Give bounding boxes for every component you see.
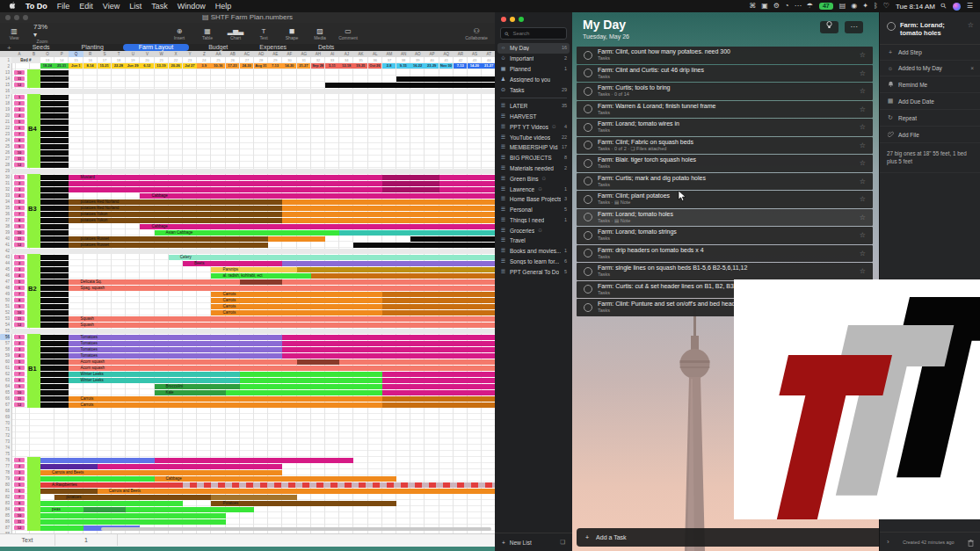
collaborate-icon[interactable]: ⚇Collaborate xyxy=(468,27,485,40)
spreadsheet-grid[interactable]: Bed # 1213141516171819202122232425262728… xyxy=(0,57,495,533)
gantt-bar[interactable] xyxy=(40,101,69,106)
bottom-text-cell[interactable]: Text xyxy=(0,534,55,546)
sidebar-list-membership-vid-[interactable]: ☰MEMBERSHIP Vid..17 xyxy=(495,142,572,153)
gantt-bar[interactable] xyxy=(40,218,69,223)
gantt-bar[interactable] xyxy=(282,341,495,346)
gantt-bar[interactable] xyxy=(382,384,495,389)
gantt-bar[interactable] xyxy=(40,224,69,229)
bottom-page-cell[interactable]: 1 xyxy=(55,534,118,546)
task-row[interactable]: Farm: Warren & Lorand; finish tunnel fra… xyxy=(577,101,873,119)
column-letter-Z[interactable]: Z xyxy=(197,51,211,57)
gantt-bar[interactable]: potatoes Red Norland xyxy=(69,199,282,205)
gantt-bar[interactable] xyxy=(382,402,495,408)
gantt-bar[interactable] xyxy=(382,372,495,377)
gantt-bar[interactable] xyxy=(240,372,382,377)
column-letter-P[interactable]: P xyxy=(54,51,69,57)
spotlight-icon[interactable]: ⚲ xyxy=(940,2,948,11)
detail-action-add-step[interactable]: +Add Step xyxy=(880,45,980,61)
gantt-bar[interactable] xyxy=(282,353,495,359)
sheet-tab-expenses[interactable]: Expenses xyxy=(247,44,299,51)
gantt-bar[interactable] xyxy=(382,396,495,402)
sidebar-list-lawrence[interactable]: ☰Lawrence⚇1 xyxy=(495,184,572,194)
gantt-bar[interactable] xyxy=(40,501,183,506)
column-letter-AA[interactable]: AA xyxy=(211,51,225,57)
gantt-bar[interactable]: al. radish, kohlrabi, ect xyxy=(211,273,310,279)
sidebar-list-youtube-videos[interactable]: ☰YouTube videos22 xyxy=(495,132,572,142)
sheet-tab-farm-layout[interactable]: Farm Layout xyxy=(123,44,189,51)
status-icon-3[interactable]: ◔ xyxy=(785,3,789,10)
column-letter-AE[interactable]: AE xyxy=(268,51,282,57)
gantt-bar[interactable] xyxy=(40,286,69,291)
status-icon-m0[interactable]: ▤ xyxy=(839,3,846,10)
gantt-bar[interactable] xyxy=(40,138,69,143)
menu-item-list[interactable]: List xyxy=(129,2,142,11)
star-icon[interactable]: ☆ xyxy=(860,178,866,185)
task-row[interactable]: Farm: Lorand; tomato holesTasks · ▤ Note… xyxy=(577,209,873,227)
column-letter-AT[interactable]: AT xyxy=(482,51,496,57)
siri-icon[interactable] xyxy=(953,3,961,11)
star-icon[interactable]: ☆ xyxy=(860,159,866,167)
text-icon[interactable]: TText xyxy=(255,27,272,40)
task-checkbox[interactable] xyxy=(584,231,592,240)
column-letter-U[interactable]: U xyxy=(126,51,140,57)
task-row[interactable]: Farm: Lorand; tomato stringsTasks☆ xyxy=(577,227,873,244)
table-icon[interactable]: ▦Table xyxy=(199,27,216,40)
gantt-bar[interactable] xyxy=(40,519,226,525)
column-letter-AM[interactable]: AM xyxy=(382,51,396,57)
gantt-bar[interactable] xyxy=(40,175,69,180)
gantt-bar[interactable] xyxy=(40,150,69,156)
sidebar-list-later[interactable]: ☰LATER35 xyxy=(495,101,572,112)
star-icon[interactable]: ☆ xyxy=(860,69,866,77)
sidebar-item-assigned-to-you[interactable]: ♟Assigned to you xyxy=(495,74,572,84)
shape-icon[interactable]: ◼Shape xyxy=(283,27,301,40)
gantt-bar[interactable] xyxy=(282,261,495,266)
status-icon-m2[interactable]: ✦ xyxy=(862,3,868,10)
apple-icon[interactable] xyxy=(9,1,16,11)
star-icon[interactable]: ☆ xyxy=(860,214,866,221)
suggestions-button[interactable] xyxy=(820,21,838,33)
column-letter-AH[interactable]: AH xyxy=(311,51,325,57)
zoom-button[interactable] xyxy=(519,17,524,22)
gantt-bar[interactable] xyxy=(40,156,69,162)
sidebar-list-home-base-projects[interactable]: ☰Home Base Projects3 xyxy=(495,194,572,205)
task-row[interactable]: Farm: Clint, count how many potatoes. ne… xyxy=(577,47,873,64)
task-checkbox[interactable] xyxy=(584,213,592,221)
task-row[interactable]: Farm: Blair. tiger torch squash holesTas… xyxy=(577,155,873,172)
column-letter-AJ[interactable]: AJ xyxy=(339,51,353,57)
gantt-bar[interactable] xyxy=(396,76,495,82)
column-letter-O[interactable]: O xyxy=(40,51,54,57)
gantt-bar[interactable] xyxy=(40,126,69,131)
gantt-bar[interactable] xyxy=(40,243,69,248)
gantt-bar[interactable] xyxy=(40,310,69,315)
add-task-bar[interactable]: + Add a Task xyxy=(577,528,879,547)
gantt-bar[interactable] xyxy=(40,193,69,199)
menu-item-view[interactable]: View xyxy=(103,2,120,11)
status-icon-m3[interactable]: ᛒ xyxy=(874,3,878,10)
status-icon-5[interactable]: ☂ xyxy=(807,3,813,10)
sidebar-item-planned[interactable]: ▦Planned1 xyxy=(495,64,572,75)
gantt-bar[interactable]: Celery xyxy=(169,255,495,260)
column-letter-AK[interactable]: AK xyxy=(353,51,367,57)
column-letter-AQ[interactable]: AQ xyxy=(439,51,454,57)
sidebar-list-books-and-movies-[interactable]: ☰Books and movies...1 xyxy=(495,246,572,257)
detail-note[interactable]: 27 big ones at 18" 55 feet, 1 bed plus 5… xyxy=(880,143,980,173)
gantt-bar[interactable] xyxy=(40,70,69,76)
new-list-button[interactable]: New List xyxy=(510,540,532,546)
column-letter-AS[interactable]: AS xyxy=(468,51,482,57)
gantt-bar[interactable]: potatoes Russet xyxy=(69,236,268,242)
close-button[interactable] xyxy=(501,17,506,22)
task-checkbox[interactable] xyxy=(584,159,592,168)
insert-icon[interactable]: ⊕Insert xyxy=(171,27,188,40)
new-group-icon[interactable]: ❏ xyxy=(560,539,572,546)
gantt-bar[interactable] xyxy=(83,507,127,512)
gantt-bar[interactable] xyxy=(40,526,83,531)
task-checkbox[interactable] xyxy=(584,285,592,294)
column-letter-R[interactable]: R xyxy=(83,51,98,57)
column-letter-AG[interactable]: AG xyxy=(297,51,311,57)
detail-action-remind-me[interactable]: Remind Me xyxy=(880,76,980,93)
gantt-bar[interactable] xyxy=(282,206,495,211)
task-checkbox[interactable] xyxy=(584,123,592,132)
gantt-bar[interactable] xyxy=(282,347,495,352)
gantt-bar[interactable] xyxy=(40,396,69,402)
column-letter-AB[interactable]: AB xyxy=(226,51,240,57)
